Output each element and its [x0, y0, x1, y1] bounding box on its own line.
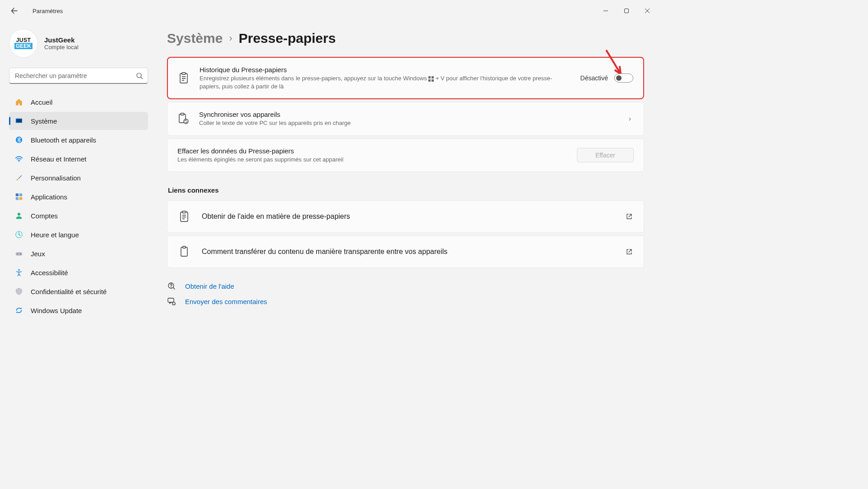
person-icon [14, 211, 23, 220]
card-desc: Les éléments épinglés ne seront pas supp… [177, 156, 567, 164]
nav-label: Réseau et Internet [31, 155, 86, 163]
brush-icon [14, 173, 23, 182]
account-block[interactable]: JUSTGEEK JustGeek Compte local [9, 26, 148, 68]
nav-personalization[interactable]: Personnalisation [9, 169, 148, 187]
accessibility-icon [14, 268, 23, 277]
svg-point-24 [184, 119, 188, 124]
nav-network[interactable]: Réseau et Internet [9, 150, 148, 168]
nav-update[interactable]: Windows Update [9, 301, 148, 319]
nav-apps[interactable]: Applications [9, 188, 148, 206]
external-link-icon [626, 248, 633, 255]
close-icon [645, 8, 650, 14]
nav-label: Applications [31, 193, 67, 201]
nav-label: Système [31, 117, 57, 125]
avatar: JUSTGEEK [9, 29, 38, 58]
nav-label: Personnalisation [31, 174, 81, 182]
nav-label: Jeux [31, 250, 45, 258]
shield-icon [14, 287, 23, 296]
gamepad-icon [14, 249, 23, 258]
svg-rect-23 [181, 113, 184, 115]
nav-label: Bluetooth et appareils [31, 136, 96, 144]
clipboard-outline-icon [178, 246, 190, 258]
update-icon [14, 306, 23, 315]
card-desc: Enregistrez plusieurs éléments dans le p… [200, 74, 571, 90]
footer-links: Obtenir de l'aide Envoyer des commentair… [167, 281, 644, 306]
nav-label: Comptes [31, 212, 58, 220]
search-icon [136, 72, 143, 79]
system-icon [14, 116, 23, 125]
svg-point-5 [19, 161, 19, 162]
sync-devices-card[interactable]: Synchroniser vos appareils Coller le tex… [167, 102, 644, 136]
toggle-state-label: Désactivé [580, 74, 608, 82]
search-input[interactable] [15, 72, 136, 79]
svg-point-10 [18, 213, 20, 216]
arrow-left-icon [11, 7, 18, 14]
clear-clipboard-card: Effacer les données du Presse-papiers Le… [167, 138, 644, 172]
svg-rect-6 [16, 194, 19, 196]
svg-rect-27 [181, 247, 187, 256]
card-title: Effacer les données du Presse-papiers [177, 147, 567, 155]
nav-gaming[interactable]: Jeux [9, 244, 148, 263]
sidebar: JUSTGEEK JustGeek Compte local Accueil S… [0, 22, 153, 352]
svg-point-1 [137, 73, 141, 78]
nav-accounts[interactable]: Comptes [9, 207, 148, 225]
help-icon [167, 281, 176, 291]
nav-label: Windows Update [31, 307, 82, 314]
svg-point-15 [18, 269, 20, 271]
nav-time[interactable]: Heure et langue [9, 226, 148, 244]
nav-label: Accueil [31, 98, 52, 106]
minimize-icon [603, 8, 608, 14]
wifi-icon [14, 154, 23, 163]
main: Système › Presse-papiers Historique du P… [153, 22, 658, 352]
home-icon [14, 97, 23, 106]
app-title: Paramètres [32, 8, 63, 14]
windows-key-icon [428, 76, 434, 82]
card-title: Synchroniser vos appareils [199, 111, 619, 118]
svg-rect-0 [625, 9, 629, 13]
titlebar: Paramètres [0, 0, 658, 22]
clock-globe-icon [14, 230, 23, 239]
apps-icon [14, 192, 23, 201]
card-desc: Coller le texte de votre PC sur les appa… [199, 119, 619, 127]
svg-rect-20 [428, 79, 431, 82]
svg-rect-18 [428, 76, 431, 78]
related-help-link[interactable]: Obtenir de l'aide en matière de presse-p… [167, 200, 644, 233]
feedback-link[interactable]: Envoyer des commentaires [185, 298, 267, 305]
back-button[interactable] [9, 5, 20, 16]
clipboard-history-card: Historique du Presse-papiers Enregistrez… [167, 57, 644, 99]
maximize-button[interactable] [616, 2, 637, 20]
nav-privacy[interactable]: Confidentialité et sécurité [9, 282, 148, 300]
chevron-right-icon: › [229, 32, 232, 44]
svg-rect-7 [19, 194, 22, 196]
link-label: Obtenir de l'aide en matière de presse-p… [202, 212, 614, 221]
external-link-icon [626, 213, 633, 220]
svg-rect-8 [16, 197, 19, 200]
nav-label: Confidentialité et sécurité [31, 288, 107, 295]
help-link[interactable]: Obtenir de l'aide [185, 282, 234, 290]
bluetooth-icon [14, 135, 23, 144]
search-box[interactable] [9, 68, 148, 84]
nav-home[interactable]: Accueil [9, 93, 148, 111]
svg-rect-17 [182, 73, 186, 74]
breadcrumb-parent[interactable]: Système [167, 31, 223, 46]
breadcrumb: Système › Presse-papiers [167, 31, 644, 46]
close-button[interactable] [637, 2, 658, 20]
history-toggle[interactable] [614, 74, 633, 83]
nav-accessibility[interactable]: Accessibilité [9, 263, 148, 281]
account-sub: Compte local [44, 44, 79, 51]
svg-point-13 [17, 254, 18, 254]
nav-bluetooth[interactable]: Bluetooth et appareils [9, 131, 148, 149]
maximize-icon [624, 8, 629, 14]
nav-system[interactable]: Système [9, 112, 148, 130]
svg-rect-3 [16, 119, 22, 122]
chevron-right-icon: › [629, 115, 634, 122]
clear-button: Effacer [577, 148, 634, 162]
minimize-button[interactable] [595, 2, 616, 20]
svg-point-31 [172, 302, 175, 305]
related-transfer-link[interactable]: Comment transférer du contenu de manière… [167, 235, 644, 268]
breadcrumb-current: Presse-papiers [239, 31, 336, 46]
account-name: JustGeek [44, 36, 79, 44]
svg-rect-30 [168, 298, 174, 302]
svg-rect-12 [16, 252, 22, 255]
nav: Accueil Système Bluetooth et appareils R… [9, 93, 148, 319]
